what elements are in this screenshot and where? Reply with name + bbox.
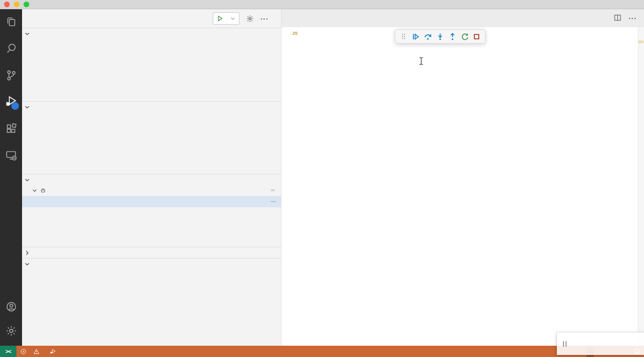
toolbar-drag-handle[interactable]: [398, 31, 409, 42]
paused-on-breakpoint-badge: [271, 189, 275, 191]
stop-icon[interactable]: [471, 31, 482, 42]
editor-more-actions-icon[interactable]: ···: [629, 14, 637, 22]
restart-icon[interactable]: [459, 31, 470, 42]
extensions-icon[interactable]: [0, 117, 22, 140]
warning-icon: [33, 348, 40, 355]
minimize-window-button[interactable]: [14, 2, 19, 7]
continue-icon[interactable]: [410, 31, 421, 42]
editor-scrollbar[interactable]: [638, 27, 644, 346]
views-more-actions-icon[interactable]: ···: [260, 15, 269, 23]
accounts-icon[interactable]: [0, 295, 22, 318]
stack-frame-row[interactable]: [22, 196, 281, 207]
start-debug-icon: [216, 15, 224, 22]
loaded-scripts-section-header[interactable]: [22, 247, 281, 258]
remote-explorer-icon[interactable]: [0, 144, 22, 167]
chevron-down-icon: [230, 15, 236, 22]
step-out-icon[interactable]: [447, 31, 458, 42]
bug-icon: [39, 187, 47, 194]
step-into-icon[interactable]: [434, 31, 446, 42]
error-icon: [20, 348, 27, 355]
remote-icon: ><: [6, 348, 11, 354]
call-stack-section-header[interactable]: [22, 174, 281, 185]
explorer-icon[interactable]: [0, 10, 22, 33]
pause-icon: [563, 341, 567, 347]
close-window-button[interactable]: [4, 2, 10, 7]
frame-location-badge: [271, 201, 276, 202]
editor-group: ··· JS: [281, 9, 644, 346]
debug-toolbar: [395, 29, 486, 44]
activity-bar: [0, 9, 22, 346]
debug-session-row[interactable]: [22, 185, 281, 196]
run-and-debug-sidebar: ···: [22, 9, 281, 346]
remote-indicator[interactable]: ><: [0, 346, 16, 357]
minimap[interactable]: [600, 39, 638, 346]
title-bar: [0, 0, 644, 9]
problems-status[interactable]: [16, 346, 46, 357]
debug-status[interactable]: [46, 346, 61, 357]
variables-section-header[interactable]: [22, 28, 281, 39]
debug-status-icon: [49, 348, 57, 355]
code-editor[interactable]: [281, 39, 644, 346]
text-cursor-pointer: [418, 56, 424, 67]
launch-configuration-dropdown[interactable]: [213, 12, 239, 25]
source-control-icon[interactable]: [0, 64, 22, 87]
search-icon[interactable]: [0, 37, 22, 60]
maximize-window-button[interactable]: [24, 2, 29, 7]
breakpoints-section-header[interactable]: [22, 258, 281, 269]
gifcap-sharing-banner[interactable]: [557, 332, 644, 355]
debug-badge: [11, 102, 19, 110]
settings-gear-icon[interactable]: [0, 320, 22, 342]
variables-list: [22, 39, 281, 101]
debug-gear-icon[interactable]: [246, 14, 254, 23]
split-editor-icon[interactable]: [614, 14, 621, 23]
js-file-icon: JS: [291, 29, 299, 37]
watch-section-header[interactable]: [22, 101, 281, 112]
step-over-icon[interactable]: [422, 31, 434, 42]
tab-bar: ···: [281, 9, 644, 27]
run-and-debug-icon[interactable]: [0, 90, 22, 112]
show-more-frames-link-row: [22, 207, 281, 219]
status-bar: ><: [0, 346, 644, 357]
